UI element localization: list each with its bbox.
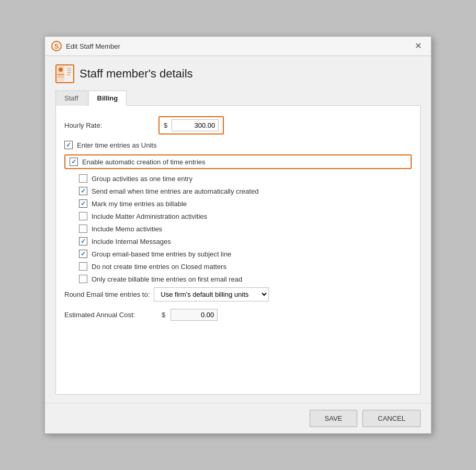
annual-cost-label: Estimated Annual Cost: xyxy=(64,311,158,319)
auto-create-checkbox[interactable] xyxy=(70,158,78,166)
svg-point-4 xyxy=(59,68,63,72)
close-button[interactable]: ✕ xyxy=(412,41,425,51)
svg-rect-5 xyxy=(57,74,64,75)
no-closed-matters-label: Do not create time entries on Closed mat… xyxy=(92,263,226,271)
staff-icon xyxy=(55,64,74,83)
save-button[interactable]: SAVE xyxy=(310,410,358,427)
hourly-rate-input[interactable] xyxy=(172,119,219,131)
round-email-label: Round Email time entries to: xyxy=(64,290,150,298)
only-first-email-row: Only create billable time entries on fir… xyxy=(79,275,412,283)
cancel-button[interactable]: CANCEL xyxy=(362,410,421,427)
dialog-body: Staff member's details Staff Billing Hou… xyxy=(45,56,431,403)
enter-time-units-checkbox[interactable] xyxy=(64,141,73,149)
mark-billable-checkbox[interactable] xyxy=(79,199,87,208)
hourly-rate-label: Hourly Rate: xyxy=(64,121,158,129)
round-email-select[interactable]: Use firm's default billing units xyxy=(154,287,269,301)
title-bar: S Edit Staff Member ✕ xyxy=(45,37,431,56)
include-internal-messages-label: Include Internal Messages xyxy=(92,238,171,245)
include-memo-label: Include Memo activities xyxy=(92,225,162,233)
mark-billable-label: Mark my time entries as billable xyxy=(92,200,187,208)
group-activities-checkbox[interactable] xyxy=(79,174,87,183)
no-closed-matters-row: Do not create time entries on Closed mat… xyxy=(79,262,412,271)
app-icon: S xyxy=(51,41,62,51)
tab-staff[interactable]: Staff xyxy=(55,91,87,106)
include-matter-admin-checkbox[interactable] xyxy=(79,212,87,220)
group-email-subject-label: Group email-based time entries by subjec… xyxy=(92,250,231,258)
group-email-subject-checkbox[interactable] xyxy=(79,250,87,258)
edit-staff-member-dialog: S Edit Staff Member ✕ Staff member's det… xyxy=(44,36,432,434)
hourly-rate-wrapper: $ xyxy=(158,116,224,135)
include-matter-admin-row: Include Matter Administration activities xyxy=(79,212,412,220)
tabs-container: Staff Billing xyxy=(55,91,421,106)
annual-cost-input[interactable] xyxy=(171,309,218,321)
annual-cost-row: Estimated Annual Cost: $ xyxy=(64,309,412,321)
send-email-label: Send email when time entries are automat… xyxy=(92,187,258,195)
send-email-row: Send email when time entries are automat… xyxy=(79,187,412,195)
enter-time-units-label: Enter time entries as Units xyxy=(77,141,156,149)
mark-billable-row: Mark my time entries as billable xyxy=(79,199,412,208)
page-title: Staff member's details xyxy=(80,67,193,81)
include-memo-checkbox[interactable] xyxy=(79,225,87,233)
dialog-title: Edit Staff Member xyxy=(66,42,120,50)
include-internal-messages-checkbox[interactable] xyxy=(79,237,87,245)
include-internal-messages-row: Include Internal Messages xyxy=(79,237,412,245)
svg-rect-6 xyxy=(57,76,64,77)
only-first-email-label: Only create billable time entries on fir… xyxy=(92,275,242,283)
svg-text:S: S xyxy=(54,42,59,50)
annual-cost-currency: $ xyxy=(162,311,165,319)
hourly-rate-row: Hourly Rate: $ xyxy=(64,116,412,135)
hourly-rate-currency: $ xyxy=(164,121,167,129)
send-email-checkbox[interactable] xyxy=(79,187,87,195)
round-email-row: Round Email time entries to: Use firm's … xyxy=(64,287,412,301)
auto-create-label: Enable automatic creation of time entrie… xyxy=(82,158,206,166)
sub-checkboxes: Group activities as one time entry Send … xyxy=(79,174,412,283)
group-email-subject-row: Group email-based time entries by subjec… xyxy=(79,250,412,258)
billing-tab-content: Hourly Rate: $ Enter time entries as Uni… xyxy=(55,106,421,395)
dialog-footer: SAVE CANCEL xyxy=(45,403,431,433)
group-activities-label: Group activities as one time entry xyxy=(92,175,192,183)
only-first-email-checkbox[interactable] xyxy=(79,275,87,283)
page-header: Staff member's details xyxy=(55,64,421,83)
tab-billing[interactable]: Billing xyxy=(88,91,127,106)
include-memo-row: Include Memo activities xyxy=(79,225,412,233)
enter-time-units-row: Enter time entries as Units xyxy=(64,141,412,149)
no-closed-matters-checkbox[interactable] xyxy=(79,262,87,271)
title-bar-left: S Edit Staff Member xyxy=(51,41,120,51)
include-matter-admin-label: Include Matter Administration activities xyxy=(92,212,207,220)
group-activities-row: Group activities as one time entry xyxy=(79,174,412,183)
auto-create-row: Enable automatic creation of time entrie… xyxy=(64,154,412,169)
